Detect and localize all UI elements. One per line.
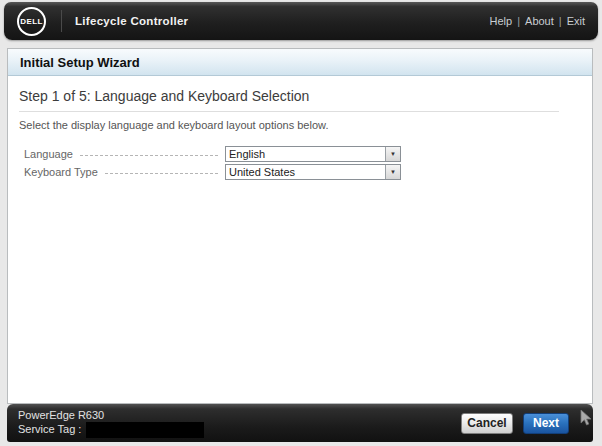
keyboard-type-select[interactable]: United States ▼ <box>225 164 401 180</box>
heading-divider <box>19 111 559 112</box>
link-separator: | <box>517 15 520 27</box>
language-label: Language <box>24 148 73 160</box>
combo-arrow-icon[interactable]: ▼ <box>385 165 400 179</box>
footer-bar: PowerEdge R630 Service Tag : Cancel Next <box>7 404 593 442</box>
dashed-leader <box>105 173 218 174</box>
wizard-title: Initial Setup Wizard <box>20 55 140 70</box>
system-model: PowerEdge R630 <box>18 409 204 422</box>
keyboard-type-label: Keyboard Type <box>24 166 98 178</box>
service-tag-redacted <box>86 422 204 438</box>
keyboard-type-select-value: United States <box>226 165 385 179</box>
next-button[interactable]: Next <box>523 413 569 434</box>
footer-buttons: Cancel Next <box>461 413 569 434</box>
settings-form: Language English ▼ Keyboard Type United … <box>19 146 581 180</box>
wizard-titlebar: Initial Setup Wizard <box>8 49 592 76</box>
mouse-cursor-icon <box>579 409 593 429</box>
service-tag-label: Service Tag : <box>18 423 81 436</box>
cancel-button[interactable]: Cancel <box>461 413 513 434</box>
language-row: Language English ▼ <box>24 146 401 162</box>
instruction-text: Select the display language and keyboard… <box>19 119 581 131</box>
about-link[interactable]: About <box>525 15 554 27</box>
dell-logo-icon: DELL <box>17 7 46 36</box>
app-title: Lifecycle Controller <box>75 15 188 27</box>
link-separator: | <box>559 15 562 27</box>
wizard-body: Step 1 of 5: Language and Keyboard Selec… <box>8 76 592 180</box>
dashed-leader <box>80 155 218 156</box>
help-link[interactable]: Help <box>490 15 513 27</box>
step-heading: Step 1 of 5: Language and Keyboard Selec… <box>19 88 581 104</box>
wizard-panel: Initial Setup Wizard Step 1 of 5: Langua… <box>7 48 593 404</box>
exit-link[interactable]: Exit <box>567 15 585 27</box>
app-header: DELL Lifecycle Controller Help | About |… <box>4 2 598 40</box>
system-info: PowerEdge R630 Service Tag : <box>18 409 204 438</box>
header-links: Help | About | Exit <box>490 15 585 27</box>
language-select-value: English <box>226 147 385 161</box>
dell-logo-text: DELL <box>20 17 43 26</box>
language-select[interactable]: English ▼ <box>225 146 401 162</box>
service-tag-row: Service Tag : <box>18 422 204 438</box>
header-divider <box>61 10 62 32</box>
keyboard-type-row: Keyboard Type United States ▼ <box>24 164 401 180</box>
combo-arrow-icon[interactable]: ▼ <box>385 147 400 161</box>
